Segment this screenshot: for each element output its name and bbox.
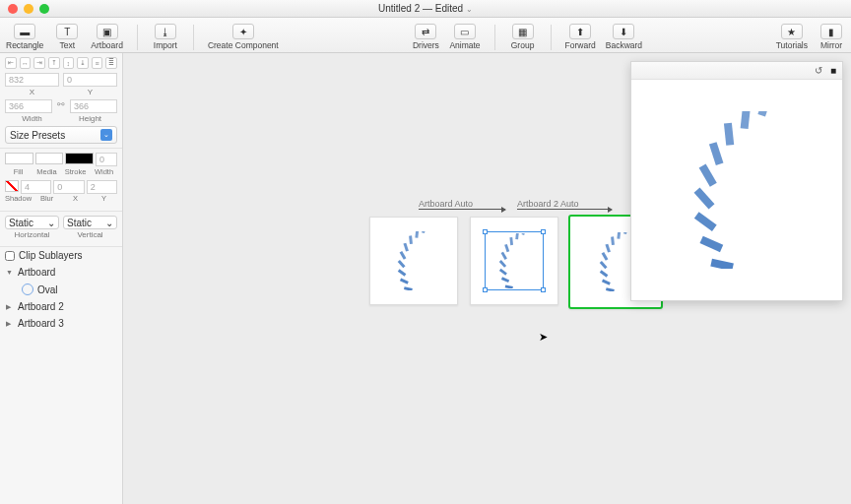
blur-label: Blur <box>33 194 60 203</box>
svg-rect-69 <box>623 232 628 234</box>
link-icon[interactable]: ⚯ <box>56 99 66 113</box>
drivers-button[interactable]: ⇄Drivers <box>412 24 439 50</box>
spinner-icon <box>487 233 542 288</box>
vertical-label: Vertical <box>63 230 117 239</box>
forward-button[interactable]: ⬆Forward <box>565 24 596 50</box>
text-button[interactable]: TText <box>53 24 81 50</box>
media-label: Media <box>33 167 60 176</box>
svg-rect-93 <box>694 212 717 231</box>
svg-rect-38 <box>515 233 519 239</box>
shadow-swatch[interactable] <box>5 180 19 192</box>
svg-rect-35 <box>501 252 507 260</box>
window-title: Untitled 2 — Edited ⌄ <box>0 3 851 14</box>
clip-sublayers-checkbox[interactable]: Clip Sublayers <box>0 247 122 264</box>
svg-rect-32 <box>501 277 509 283</box>
svg-rect-3 <box>398 269 407 276</box>
group-button[interactable]: ▦Group <box>509 24 537 50</box>
svg-rect-64 <box>600 261 608 269</box>
tutorials-button[interactable]: ★Tutorials <box>776 24 808 50</box>
svg-rect-6 <box>403 243 408 252</box>
shadow-y-field[interactable]: 2 <box>87 180 117 194</box>
backward-button[interactable]: ⬇Backward <box>606 24 642 50</box>
svg-rect-96 <box>709 142 724 165</box>
chevron-down-icon: ⌄ <box>100 129 112 141</box>
chevron-down-icon[interactable]: ⌄ <box>466 5 473 14</box>
svg-rect-95 <box>699 163 717 186</box>
svg-rect-66 <box>605 244 610 253</box>
preview-window: ↺ ■ <box>630 61 843 301</box>
layers-list: ▼Artboard Oval ▶Artboard 2 ▶Artboard 3 <box>0 264 122 504</box>
svg-rect-97 <box>724 123 734 146</box>
svg-rect-98 <box>741 111 751 129</box>
layer-artboard[interactable]: ▼Artboard <box>0 264 122 281</box>
shadow-x-field[interactable]: 0 <box>53 180 84 194</box>
svg-rect-5 <box>400 251 407 260</box>
import-button[interactable]: ⭳Import <box>152 24 179 50</box>
svg-rect-1 <box>404 286 413 290</box>
layer-artboard-2[interactable]: ▶Artboard 2 <box>0 298 122 315</box>
size-presets-select[interactable]: Size Presets⌄ <box>5 126 117 144</box>
svg-rect-37 <box>509 237 513 245</box>
inspector: ⇤↔⇥ ⤒↕⤓ ≡≣ 832 0 XY 366 ⚯ 366 WidthHeigh… <box>0 53 122 149</box>
create-component-button[interactable]: ✦Create Component <box>208 24 279 50</box>
align-top-icon: ⤒ <box>48 57 60 69</box>
align-controls[interactable]: ⇤↔⇥ ⤒↕⤓ ≡≣ <box>5 57 117 69</box>
animate-button[interactable]: ▭Animate <box>449 24 480 50</box>
constraint-h-select[interactable]: Static⌄ <box>5 216 59 229</box>
arrow-1 <box>419 209 505 210</box>
artboard-button[interactable]: ▣Artboard <box>91 24 123 50</box>
layer-oval[interactable]: Oval <box>0 281 122 298</box>
y-field[interactable]: 0 <box>63 73 117 87</box>
fill-swatch[interactable] <box>5 153 33 164</box>
x-label: X <box>5 88 59 96</box>
align-hcenter-icon: ↔ <box>20 57 32 69</box>
svg-rect-2 <box>400 279 409 284</box>
artboard-thumb-2[interactable] <box>470 217 558 305</box>
shadow-label: Shadow <box>5 194 32 203</box>
height-label: Height <box>63 114 117 123</box>
svg-rect-8 <box>415 231 419 238</box>
height-field[interactable]: 366 <box>70 99 117 113</box>
y-label: Y <box>63 88 117 96</box>
rectangle-button[interactable]: ▬Rectangle <box>6 24 43 50</box>
width-field[interactable]: 366 <box>5 99 52 113</box>
svg-rect-34 <box>499 260 506 268</box>
blur-field[interactable]: 4 <box>21 180 51 194</box>
spinner-icon <box>384 231 443 290</box>
sy-label: Y <box>91 194 117 203</box>
svg-rect-4 <box>398 260 406 268</box>
stroke-width-field[interactable]: 0 <box>96 153 117 166</box>
width-label: Width <box>5 114 59 123</box>
svg-rect-61 <box>606 287 615 291</box>
svg-rect-94 <box>694 187 715 209</box>
arrow-2 <box>517 209 612 210</box>
distribute-h-icon: ≡ <box>92 57 103 69</box>
svg-rect-99 <box>757 111 772 116</box>
undo-icon[interactable]: ↺ <box>815 65 822 76</box>
constraint-v-select[interactable]: Static⌄ <box>63 216 117 229</box>
svg-rect-92 <box>700 236 724 252</box>
align-right-icon: ⇥ <box>33 57 45 69</box>
svg-rect-36 <box>504 244 509 252</box>
titlebar: Untitled 2 — Edited ⌄ <box>0 0 851 18</box>
svg-rect-63 <box>600 270 609 277</box>
canvas[interactable]: Artboard Auto Artboard 2 Auto ➤ ↺ ■ <box>123 53 851 504</box>
swidth-label: Width <box>91 167 117 176</box>
left-panel: ⇤↔⇥ ⤒↕⤓ ≡≣ 832 0 XY 366 ⚯ 366 WidthHeigh… <box>0 53 123 504</box>
horizontal-label: Horizontal <box>5 230 59 239</box>
svg-rect-67 <box>611 236 615 245</box>
svg-rect-31 <box>505 284 513 288</box>
toolbar: ▬Rectangle TText ▣Artboard ⭳Import ✦Crea… <box>0 18 851 53</box>
svg-rect-68 <box>617 232 621 239</box>
layer-artboard-3[interactable]: ▶Artboard 3 <box>0 315 122 332</box>
record-icon[interactable]: ■ <box>830 65 836 76</box>
svg-rect-62 <box>602 280 611 285</box>
media-swatch[interactable] <box>35 153 64 164</box>
stroke-label: Stroke <box>62 167 89 176</box>
x-field[interactable]: 832 <box>5 73 59 87</box>
spinner-icon <box>658 111 816 269</box>
mirror-button[interactable]: ▮Mirror <box>818 24 845 50</box>
stroke-swatch[interactable] <box>65 153 94 164</box>
align-vcenter-icon: ↕ <box>63 57 75 69</box>
artboard-thumb-1[interactable] <box>369 217 458 305</box>
